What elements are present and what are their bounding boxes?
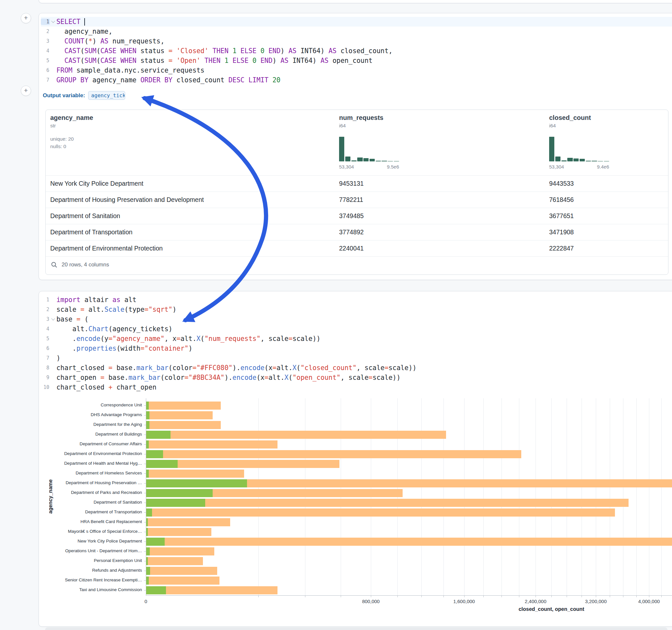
bar-closed	[146, 421, 221, 429]
y-axis-label: Department of Buildings	[39, 432, 142, 437]
bar-closed	[146, 508, 615, 516]
code-text: chart_closed = base.mark_bar(color="#FFC…	[56, 364, 416, 372]
x-axis-label: 800,000	[348, 599, 393, 604]
code-line[interactable]: 5 .encode(y="agency_name", x=alt.X("num_…	[41, 334, 672, 343]
bar-open	[146, 469, 149, 478]
y-axis-tick	[144, 532, 146, 532]
gridline	[422, 398, 422, 595]
code-text: CAST(SUM(CASE WHEN status = 'Closed' THE…	[56, 47, 392, 55]
bar-closed	[146, 528, 211, 536]
results-table[interactable]: agency_name str unique: 20 nulls: 0 num_…	[45, 110, 668, 275]
fold-chevron-icon[interactable]	[50, 316, 56, 322]
table-row: Department of Sanitation37494853677651	[46, 208, 668, 224]
y-axis-tick	[144, 493, 146, 493]
bar-open	[146, 421, 149, 429]
bar-open	[146, 431, 170, 439]
code-line[interactable]: 4 CAST(SUM(CASE WHEN status = 'Closed' T…	[41, 46, 672, 56]
code-line[interactable]: 6 .properties(width="container")	[41, 343, 672, 353]
bar-open	[146, 489, 213, 497]
code-text: GROUP BY agency_name ORDER BY closed_cou…	[56, 76, 281, 84]
code-line[interactable]: 9chart_open = base.mark_bar(color="#8BC3…	[41, 373, 672, 382]
histogram-bar	[598, 161, 603, 162]
table-cell: Department of Housing Preservation and D…	[50, 196, 339, 203]
histogram-bar	[394, 161, 399, 162]
table-cell: 2222847	[549, 245, 668, 252]
bar-closed	[146, 450, 521, 458]
sql-code-editor[interactable]: 1SELECT 2 agency_name,3 COUNT(*) AS num_…	[39, 13, 672, 86]
output-variable-pill[interactable]: agency_tickets	[88, 91, 125, 100]
table-cell: 7782211	[339, 196, 549, 203]
histogram-max-label: 9.5e6	[387, 164, 399, 169]
y-axis-label: HRA Benefit Card Replacement	[39, 519, 142, 524]
add-cell-button-middle[interactable]: +	[21, 86, 31, 96]
y-axis-tick	[144, 541, 146, 542]
bar-open	[146, 411, 149, 419]
bar-closed	[146, 557, 203, 565]
histogram-bar	[363, 158, 368, 162]
column-name: agency_name	[50, 114, 93, 122]
output-variable-label: Output variable:	[43, 92, 85, 99]
code-line[interactable]: 5 CAST(SUM(CASE WHEN status = 'Open' THE…	[41, 56, 672, 66]
fold-chevron-icon[interactable]	[50, 19, 56, 25]
column-header-agency-name: agency_name str unique: 20 nulls: 0	[50, 114, 93, 122]
code-line[interactable]: 8chart_closed = base.mark_bar(color="#FF…	[41, 363, 672, 373]
column-header-num-requests: num_requests i64 53,304 9.5e6	[339, 114, 399, 122]
histogram-bar	[573, 159, 579, 162]
bar-closed	[146, 499, 628, 507]
gridline	[519, 398, 519, 595]
python-code-editor[interactable]: 1import altair as alt2scale = alt.Scale(…	[39, 291, 672, 393]
y-axis-title: agency_name	[48, 464, 53, 529]
histogram-num-requests	[339, 137, 399, 162]
y-axis-tick	[144, 522, 146, 523]
bar-open	[146, 402, 149, 410]
code-text: alt.Chart(agency_tickets)	[56, 325, 172, 333]
y-axis-tick	[144, 474, 146, 474]
y-axis-label: Department of Consumer Affairs	[39, 441, 142, 446]
x-axis-line	[146, 595, 672, 596]
code-line[interactable]: 7)	[41, 353, 672, 363]
add-cell-button-top[interactable]: +	[21, 13, 31, 23]
histogram-bar	[352, 161, 357, 162]
search-icon[interactable]	[51, 262, 57, 268]
y-axis-label: Department of Parks and Recreation	[39, 490, 142, 495]
y-axis-tick	[144, 435, 146, 435]
table-cell: 9443533	[549, 180, 668, 187]
code-line[interactable]: 10chart_closed + chart_open	[41, 382, 672, 392]
histogram-bar	[567, 158, 573, 162]
line-number: 6	[41, 345, 50, 352]
histogram-bar	[580, 159, 585, 162]
gridline	[502, 398, 502, 595]
bar-closed	[146, 411, 213, 419]
y-axis-label: Operations Unit - Department of Hom…	[39, 548, 142, 553]
histogram-min-label: 53,304	[549, 164, 564, 169]
code-line[interactable]: 2 agency_name,	[41, 27, 672, 36]
bar-open	[146, 508, 152, 516]
line-number: 1	[41, 296, 50, 303]
code-text: .properties(width="container")	[56, 344, 193, 352]
code-line[interactable]: 1import altair as alt	[41, 295, 672, 305]
histogram-min-label: 53,304	[339, 164, 354, 169]
code-line[interactable]: 7GROUP BY agency_name ORDER BY closed_co…	[41, 75, 672, 85]
code-line[interactable]: 2scale = alt.Scale(type="sqrt")	[41, 305, 672, 314]
gridline	[596, 398, 596, 595]
code-line[interactable]: 3 COUNT(*) AS num_requests,	[41, 36, 672, 46]
x-axis-label: 4,000,000	[626, 599, 672, 604]
code-line[interactable]: 6FROM sample_data.nyc.service_requests	[41, 66, 672, 75]
histogram-max-label: 9.4e6	[597, 164, 609, 169]
bar-closed	[146, 469, 244, 478]
bar-closed	[146, 577, 219, 585]
code-line[interactable]: 1SELECT	[41, 17, 672, 27]
table-cell: 3677651	[549, 212, 668, 220]
line-number: 2	[41, 306, 50, 313]
y-axis-tick	[144, 444, 146, 445]
y-axis-label: Department of Homeless Services	[39, 470, 142, 476]
previous-cell-edge	[39, 0, 672, 3]
x-axis-label: 0	[123, 599, 169, 604]
x-axis-label: 1,600,000	[441, 599, 487, 604]
y-axis-label: Department of Environmental Protection	[39, 451, 142, 456]
table-cell: New York City Police Department	[50, 180, 339, 187]
code-line[interactable]: 4 alt.Chart(agency_tickets)	[41, 324, 672, 334]
y-axis-tick	[144, 590, 146, 590]
bar-closed	[146, 567, 217, 575]
code-line[interactable]: 3base = (	[41, 314, 672, 324]
